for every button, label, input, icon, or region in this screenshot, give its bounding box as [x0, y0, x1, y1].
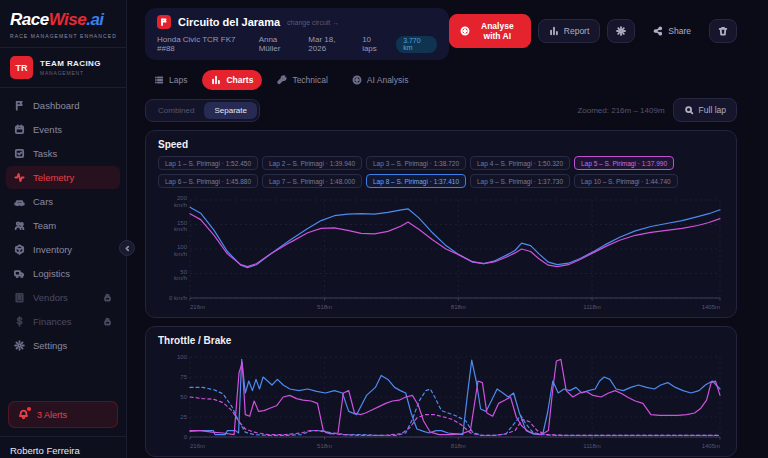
svg-text:818m: 818m [451, 443, 466, 449]
full-lap-button[interactable]: Full lap [673, 98, 737, 122]
ai-icon [460, 26, 470, 36]
alert-dot [27, 407, 31, 411]
zoom-icon [684, 105, 694, 115]
svg-text:818m: 818m [451, 304, 466, 310]
main-content: Circuito del Jarama change circuit → Hon… [127, 0, 768, 458]
flag-icon [14, 100, 25, 111]
users-icon [14, 220, 25, 231]
sidebar-collapse-button[interactable] [119, 240, 135, 256]
truck-icon [14, 268, 25, 279]
toggle-combined[interactable]: Combined [148, 102, 204, 119]
sidebar-item[interactable]: Telemetry [6, 166, 120, 189]
svg-text:518m: 518m [317, 304, 332, 310]
sidebar-item-label: Dashboard [33, 100, 79, 111]
share-button[interactable]: Share [642, 19, 702, 43]
check-square-icon [14, 148, 25, 159]
sidebar-item[interactable]: Team [6, 214, 120, 237]
calendar-icon [14, 124, 25, 135]
logo-text: RaceWise.ai [10, 10, 116, 30]
circuit-name: Circuito del Jarama [178, 16, 280, 28]
gear-icon [616, 26, 626, 36]
building-icon [14, 292, 25, 303]
change-circuit-link[interactable]: change circuit → [287, 19, 339, 26]
lap-toggle-button[interactable]: Lap 4 – S. Pirimagi · 1:50.320 [470, 156, 570, 170]
brand-tagline: RACE MANAGEMENT ENHANCED [10, 33, 116, 39]
throttle-brake-panel: Throttle / Brake 1007550250216m518m818m1… [145, 326, 737, 457]
sidebar-item-label: Team [33, 220, 56, 231]
team-name: TEAM RACING [40, 59, 101, 68]
lap-toggle-button[interactable]: Lap 5 – S. Pirimagi · 1:37.990 [574, 156, 674, 170]
svg-text:1405m: 1405m [702, 304, 720, 310]
sidebar-item[interactable]: Finances [6, 310, 120, 333]
svg-text:25: 25 [180, 414, 187, 420]
sidebar-item[interactable]: Inventory [6, 238, 120, 261]
sidebar-item-label: Events [33, 124, 62, 135]
team-subtitle: MANAGEMENT [40, 70, 101, 76]
svg-text:0: 0 [184, 434, 188, 440]
sidebar-item[interactable]: Tasks [6, 142, 120, 165]
chevron-left-icon [123, 244, 132, 253]
lap-toggle-button[interactable]: Lap 2 – S. Pirimagi · 1:39.940 [262, 156, 362, 170]
sidebar-item[interactable]: Logistics [6, 262, 120, 285]
sidebar-item-label: Cars [33, 196, 53, 207]
tab[interactable]: AI Analysis [343, 70, 418, 90]
team-switcher[interactable]: TR TEAM RACING MANAGEMENT [0, 47, 126, 88]
alerts-label: 3 Alerts [37, 410, 67, 420]
tab[interactable]: Laps [145, 70, 196, 90]
distance-badge: 3.770 km [396, 36, 437, 53]
activity-icon [14, 172, 25, 183]
sidebar-item[interactable]: Dashboard [6, 94, 120, 117]
lap-toggle-button[interactable]: Lap 7 – S. Pirimagi · 1:48.000 [262, 174, 362, 188]
view-tabs: Laps Charts Technical AI Analysis [145, 70, 737, 90]
sidebar: RaceWise.ai RACE MANAGEMENT ENHANCED TR … [0, 0, 127, 458]
tab[interactable]: Charts [202, 70, 262, 90]
user-menu[interactable]: Roberto Ferreira [0, 436, 126, 458]
session-header-card: Circuito del Jarama change circuit → Hon… [145, 8, 449, 60]
sidebar-item[interactable]: Vendors [6, 286, 120, 309]
wrench-icon [277, 75, 287, 85]
lap-toggle-button[interactable]: Lap 3 – S. Pirimagi · 1:38.720 [366, 156, 466, 170]
svg-text:1118m: 1118m [583, 443, 600, 449]
svg-text:50km/h: 50km/h [174, 269, 188, 282]
user-name: Roberto Ferreira [10, 445, 116, 456]
lap-toggle-button[interactable]: Lap 1 – S. Pirimagi · 1:52.450 [158, 156, 258, 170]
tab-label: Laps [169, 75, 187, 85]
report-button[interactable]: Report [538, 19, 601, 43]
svg-text:50: 50 [180, 394, 187, 400]
tab[interactable]: Technical [268, 70, 336, 90]
lap-count-label: 10 laps [362, 35, 386, 53]
team-avatar: TR [10, 56, 33, 79]
circuit-icon [157, 15, 171, 29]
sidebar-item-label: Finances [33, 316, 72, 327]
bar-chart-icon [211, 75, 221, 85]
tab-label: AI Analysis [367, 75, 409, 85]
share-icon [653, 26, 663, 36]
svg-text:216m: 216m [190, 443, 205, 449]
date-label: Mar 18, 2026 [308, 35, 352, 53]
zoom-range-label: Zoomed: 216m – 1409m [577, 106, 664, 115]
sidebar-item[interactable]: Cars [6, 190, 120, 213]
settings-button[interactable] [607, 19, 635, 43]
svg-text:518m: 518m [317, 443, 332, 449]
combined-separate-toggle: Combined Separate [145, 99, 260, 122]
brand-logo: RaceWise.ai RACE MANAGEMENT ENHANCED [0, 0, 126, 47]
sidebar-item[interactable]: Events [6, 118, 120, 141]
analyse-with-ai-button[interactable]: Analyse with AI [449, 14, 531, 48]
toggle-separate[interactable]: Separate [204, 102, 256, 119]
list-icon [154, 75, 164, 85]
sidebar-item[interactable]: Settings [6, 334, 120, 357]
speed-panel-title: Speed [158, 139, 724, 150]
lap-toggle-button[interactable]: Lap 8 – S. Pirimagi · 1:37.410 [366, 174, 466, 188]
lap-toggle-button[interactable]: Lap 10 – S. Pirimagi · 1:44.740 [574, 174, 678, 188]
svg-text:200km/h: 200km/h [174, 195, 188, 208]
throttle-brake-title: Throttle / Brake [158, 335, 724, 346]
sidebar-item-label: Logistics [33, 268, 70, 279]
svg-text:100km/h: 100km/h [174, 244, 188, 257]
alerts-button[interactable]: 3 Alerts [8, 401, 118, 428]
speed-panel: Speed Lap 1 – S. Pirimagi · 1:52.450Lap … [145, 130, 737, 318]
lap-toggle-button[interactable]: Lap 9 – S. Pirimagi · 1:37.730 [470, 174, 570, 188]
tab-label: Technical [292, 75, 327, 85]
sidebar-item-label: Inventory [33, 244, 72, 255]
lap-toggle-button[interactable]: Lap 6 – S. Pirimagi · 1:45.880 [158, 174, 258, 188]
delete-button[interactable] [709, 19, 737, 43]
